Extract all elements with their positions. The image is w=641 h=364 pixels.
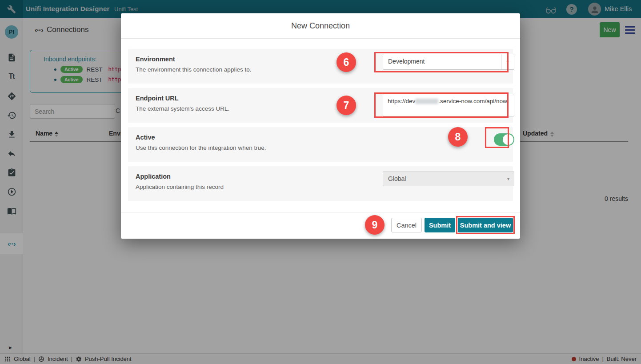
annotation-circle-8: 8 bbox=[448, 127, 468, 147]
field-label: Application bbox=[136, 173, 171, 180]
annotation-circle-6: 6 bbox=[337, 52, 356, 72]
field-description: Use this connection for the integration … bbox=[136, 144, 266, 151]
field-description: The external system's access URL. bbox=[136, 105, 229, 112]
cancel-button[interactable]: Cancel bbox=[391, 218, 422, 232]
application-select: Global ▾ bbox=[383, 171, 514, 186]
field-description: The environment this connection applies … bbox=[136, 66, 251, 73]
select-value: Global bbox=[388, 175, 406, 182]
highlight-box-environment bbox=[374, 52, 509, 72]
modal-title: New Connection bbox=[121, 13, 520, 39]
annotation-circle-7: 7 bbox=[337, 96, 356, 115]
highlight-box-submit-and-view bbox=[456, 216, 515, 234]
modal-header: New Connection bbox=[121, 13, 520, 39]
highlight-box-endpoint-url bbox=[374, 92, 509, 118]
field-description: Application containing this record bbox=[136, 184, 224, 190]
highlight-box-active-toggle bbox=[485, 127, 509, 148]
field-row-application: Application Application containing this … bbox=[128, 166, 513, 201]
footer-divider bbox=[121, 212, 520, 212]
new-connection-modal: New Connection Environment The environme… bbox=[121, 13, 520, 239]
field-label: Environment bbox=[136, 56, 175, 63]
field-label: Endpoint URL bbox=[136, 95, 179, 102]
caret-down-icon: ▾ bbox=[507, 176, 509, 181]
submit-button[interactable]: Submit bbox=[425, 218, 455, 232]
screen: Unifi Integration Designer Unifi Test ? … bbox=[0, 0, 641, 364]
annotation-circle-9: 9 bbox=[365, 215, 385, 235]
field-label: Active bbox=[136, 134, 155, 141]
